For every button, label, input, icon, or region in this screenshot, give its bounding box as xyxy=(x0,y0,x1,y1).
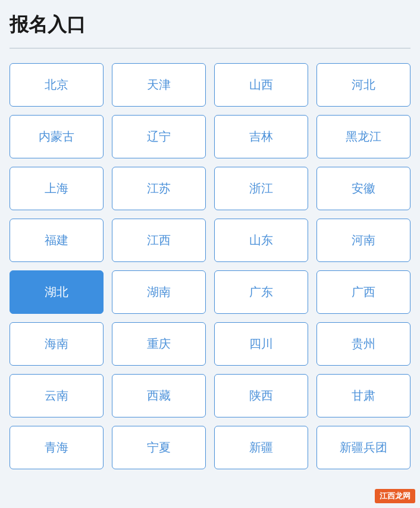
region-button-7[interactable]: 黑龙江 xyxy=(316,115,410,158)
page-title: 报名入口 xyxy=(10,12,410,49)
region-button-30[interactable]: 新疆 xyxy=(214,426,308,469)
region-button-21[interactable]: 重庆 xyxy=(112,322,206,366)
region-button-27[interactable]: 甘肃 xyxy=(316,374,410,417)
region-button-16[interactable]: 湖北 xyxy=(10,270,104,314)
region-button-9[interactable]: 江苏 xyxy=(112,167,206,210)
region-button-10[interactable]: 浙江 xyxy=(214,167,308,210)
region-button-18[interactable]: 广东 xyxy=(214,270,308,314)
region-button-11[interactable]: 安徽 xyxy=(316,167,410,210)
region-button-15[interactable]: 河南 xyxy=(316,219,410,262)
region-button-26[interactable]: 陕西 xyxy=(214,374,308,417)
page-container: 报名入口 北京天津山西河北内蒙古辽宁吉林黑龙江上海江苏浙江安徽福建江西山东河南湖… xyxy=(0,0,420,481)
region-button-6[interactable]: 吉林 xyxy=(214,115,308,158)
region-button-14[interactable]: 山东 xyxy=(214,219,308,262)
region-button-25[interactable]: 西藏 xyxy=(112,374,206,417)
region-button-28[interactable]: 青海 xyxy=(10,426,104,469)
region-button-3[interactable]: 河北 xyxy=(316,63,410,107)
region-button-1[interactable]: 天津 xyxy=(112,63,206,107)
region-button-22[interactable]: 四川 xyxy=(214,322,308,366)
region-button-8[interactable]: 上海 xyxy=(10,167,104,210)
region-button-29[interactable]: 宁夏 xyxy=(112,426,206,469)
region-button-2[interactable]: 山西 xyxy=(214,63,308,107)
region-button-20[interactable]: 海南 xyxy=(10,322,104,366)
region-button-13[interactable]: 江西 xyxy=(112,219,206,262)
watermark: 江西龙网 xyxy=(375,489,415,503)
region-button-23[interactable]: 贵州 xyxy=(316,322,410,366)
region-button-12[interactable]: 福建 xyxy=(10,219,104,262)
region-button-24[interactable]: 云南 xyxy=(10,374,104,417)
region-button-19[interactable]: 广西 xyxy=(316,270,410,314)
region-button-0[interactable]: 北京 xyxy=(10,63,104,107)
region-button-5[interactable]: 辽宁 xyxy=(112,115,206,158)
region-button-4[interactable]: 内蒙古 xyxy=(10,115,104,158)
region-button-17[interactable]: 湖南 xyxy=(112,270,206,314)
region-button-31[interactable]: 新疆兵团 xyxy=(316,426,410,469)
region-grid: 北京天津山西河北内蒙古辽宁吉林黑龙江上海江苏浙江安徽福建江西山东河南湖北湖南广东… xyxy=(10,63,410,469)
